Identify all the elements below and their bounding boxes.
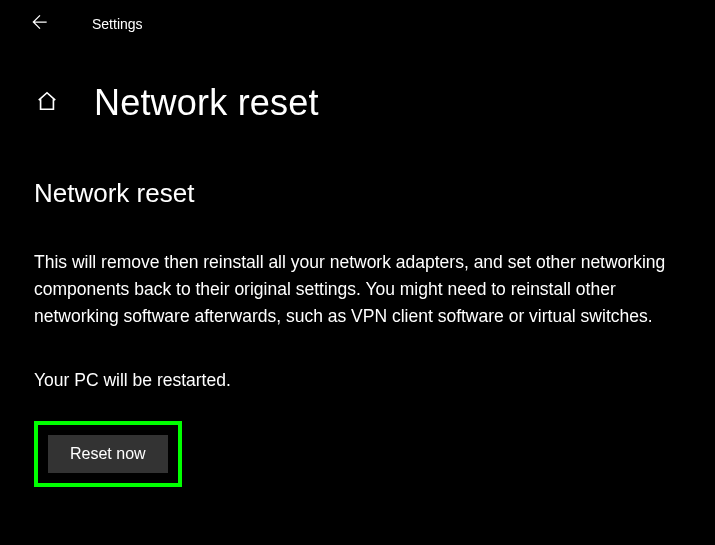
title-bar: Settings xyxy=(0,0,715,48)
restart-notice: Your PC will be restarted. xyxy=(34,370,674,391)
reset-now-button[interactable]: Reset now xyxy=(48,435,168,473)
highlight-box: Reset now xyxy=(34,421,182,487)
page-title-row: Network reset xyxy=(0,48,715,124)
app-label: Settings xyxy=(92,16,143,32)
back-arrow-icon xyxy=(30,12,50,36)
page-title: Network reset xyxy=(94,82,319,124)
back-button[interactable] xyxy=(24,8,56,40)
home-icon xyxy=(36,90,58,116)
home-button[interactable] xyxy=(34,90,60,116)
section-heading: Network reset xyxy=(34,178,674,209)
description-text: This will remove then reinstall all your… xyxy=(34,249,674,330)
content-area: Network reset This will remove then rein… xyxy=(0,124,714,487)
